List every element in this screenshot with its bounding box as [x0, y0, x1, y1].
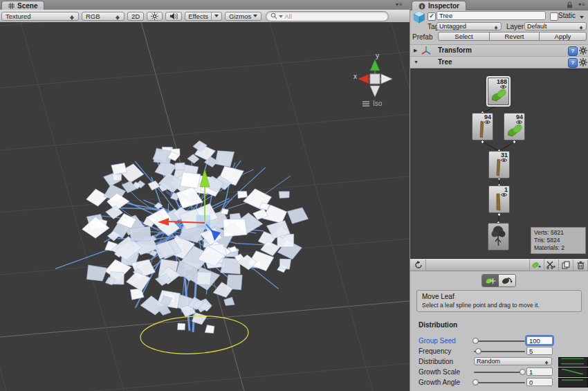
node-branch-group-mid[interactable]: 31: [488, 151, 510, 179]
tree-title: Tree: [438, 58, 452, 66]
slider-thumb[interactable]: [520, 369, 526, 375]
unity-editor-window: Scene ▾≡ Textured RGB 2D: [0, 0, 588, 391]
channels-dropdown[interactable]: RGB: [82, 12, 125, 21]
scene-3d-canvas[interactable]: [0, 22, 410, 391]
distribution-dropdown[interactable]: Random: [474, 357, 552, 365]
delete-node-button[interactable]: [573, 260, 588, 271]
leaf-icon: [506, 123, 523, 138]
node-tree-root[interactable]: [488, 223, 509, 251]
rotate-leaf-icon: [502, 276, 513, 285]
refresh-button[interactable]: [412, 260, 426, 271]
audio-toggle-button[interactable]: [165, 12, 182, 21]
growth-angle-slider[interactable]: [474, 379, 525, 386]
growth-scale-slider[interactable]: [474, 368, 525, 376]
group-seed-slider[interactable]: [474, 337, 525, 345]
node-leaf-group-top[interactable]: 188: [488, 78, 509, 105]
add-branch-icon: +: [546, 261, 556, 269]
node-editor-toolbar: + +: [410, 259, 588, 271]
growth-angle-curve-preview[interactable]: [558, 378, 588, 388]
growth-angle-value: 0: [529, 379, 533, 386]
effects-dropdown[interactable]: Effects: [185, 12, 222, 21]
growth-scale-curve-preview[interactable]: [558, 367, 588, 377]
add-leaf-group-button[interactable]: +: [529, 260, 544, 271]
node-leaf-group-right[interactable]: 94: [504, 113, 525, 140]
duplicate-node-button[interactable]: [559, 260, 573, 271]
prefab-apply-button[interactable]: Apply: [539, 32, 587, 41]
frequency-slider[interactable]: [474, 347, 525, 355]
growth-angle-field[interactable]: 0: [526, 378, 553, 386]
move-leaf-icon: [485, 276, 496, 285]
tree-root-icon: [490, 224, 507, 248]
add-leaf-icon: +: [532, 261, 542, 269]
transform-component-header[interactable]: ▶ Transform ?: [410, 44, 588, 57]
tag-dropdown[interactable]: Untagged: [437, 22, 502, 30]
frequency-label: Frequency: [419, 347, 451, 355]
refresh-icon: [414, 261, 423, 269]
tree-node-graph[interactable]: 188 94 94: [410, 69, 588, 259]
transform-axes-icon: [421, 46, 432, 55]
2d-toggle-button[interactable]: 2D: [127, 12, 144, 21]
distribution-value: Random: [477, 358, 500, 365]
gear-icon[interactable]: [579, 58, 587, 66]
tree-component-header[interactable]: ▼ Tree ?: [410, 56, 588, 69]
gear-icon[interactable]: [579, 46, 587, 55]
move-leaf-tool-button[interactable]: [482, 275, 499, 287]
static-dropdown-chevron-icon[interactable]: [580, 16, 584, 21]
x-axis-cone: [358, 74, 369, 84]
shading-mode-dropdown[interactable]: Textured: [1, 12, 79, 21]
rotate-leaf-tool-button[interactable]: [499, 275, 515, 287]
frequency-field[interactable]: 5: [526, 347, 553, 355]
object-name-field[interactable]: Tree: [437, 11, 546, 20]
node-branch-trunk[interactable]: 1: [488, 185, 510, 213]
node-branch-group-left[interactable]: 94: [472, 113, 493, 140]
growth-angle-row: Growth Angle 0: [410, 378, 588, 387]
inspector-panel-menu-icon[interactable]: ▾≡: [578, 1, 586, 8]
slider-thumb[interactable]: [472, 338, 479, 344]
tab-scene[interactable]: Scene: [1, 1, 44, 10]
group-seed-field[interactable]: 100: [526, 336, 553, 345]
tab-inspector-label: Inspector: [428, 2, 459, 10]
layer-dropdown[interactable]: Default: [524, 22, 587, 30]
static-checkbox[interactable]: [550, 12, 558, 21]
transform-title: Transform: [438, 46, 472, 54]
help-description: Select a leaf spline point and drag to m…: [422, 302, 576, 309]
slider-thumb[interactable]: [475, 348, 481, 354]
lock-icon[interactable]: [567, 1, 573, 8]
branch-icon: [475, 120, 488, 138]
scene-tabstrip: Scene ▾≡: [0, 0, 410, 10]
updown-arrows-icon: [116, 12, 120, 20]
foldout-expanded-icon[interactable]: ▼: [414, 60, 419, 64]
distribution-curve-preview[interactable]: [558, 357, 588, 367]
component-help-icon[interactable]: ?: [568, 46, 578, 56]
effects-label: Effects: [188, 12, 208, 20]
add-branch-group-button[interactable]: +: [544, 260, 559, 271]
object-name-value: Tree: [439, 12, 452, 19]
sun-icon: [151, 12, 158, 20]
scene-viewport[interactable]: y x Iso: [0, 22, 410, 391]
distribution-row: Distribution Random: [410, 357, 588, 366]
tab-inspector[interactable]: i Inspector: [412, 1, 466, 10]
growth-scale-field[interactable]: 1: [526, 367, 553, 376]
help-title: Move Leaf: [422, 293, 576, 300]
prefab-revert-button[interactable]: Revert: [489, 32, 540, 41]
scene-panel: Scene ▾≡ Textured RGB 2D: [0, 0, 410, 391]
verts-stat: Verts: 5821: [534, 229, 582, 237]
search-filter-chevron-icon[interactable]: [279, 15, 283, 20]
component-help-icon[interactable]: ?: [568, 58, 578, 68]
prefab-select-button[interactable]: Select: [438, 32, 490, 41]
active-checkbox[interactable]: ✓: [428, 12, 436, 21]
scene-toolbar: Textured RGB 2D Effects: [0, 10, 410, 23]
lighting-toggle-button[interactable]: [147, 12, 163, 21]
scene-panel-menu-icon[interactable]: ▾≡: [396, 1, 403, 8]
branch-icon: [491, 158, 505, 176]
foldout-collapsed-icon[interactable]: ▶: [414, 48, 417, 53]
iso-lines-icon: [362, 101, 369, 107]
gizmos-dropdown[interactable]: Gizmos: [225, 12, 261, 21]
projection-mode-label[interactable]: Iso: [362, 100, 382, 107]
orientation-gizmo[interactable]: y x: [349, 51, 399, 100]
inspector-info-icon: i: [419, 3, 425, 10]
tab-scene-label: Scene: [17, 2, 37, 10]
slider-thumb[interactable]: [472, 379, 479, 385]
scene-search-input[interactable]: All: [266, 11, 389, 21]
inspector-panel: i Inspector ▾≡ ✓ Tree Static Tag Untagge…: [410, 0, 588, 391]
